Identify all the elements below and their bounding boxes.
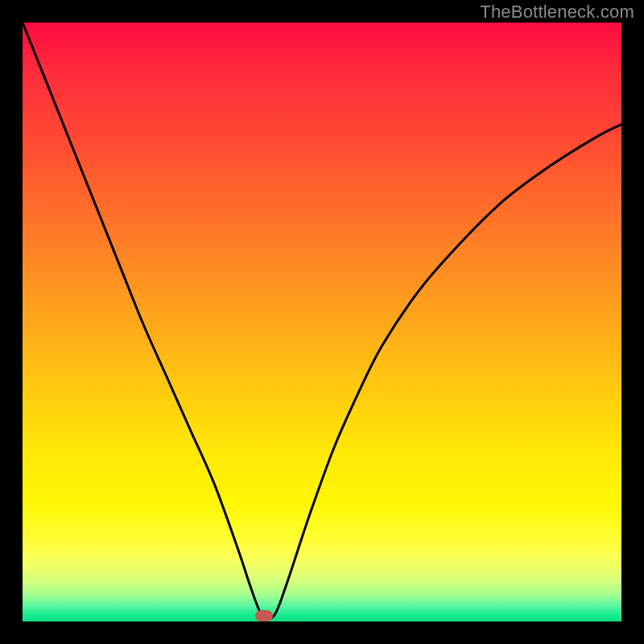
plot-area [23,23,621,621]
watermark-text: TheBottleneck.com [480,2,634,23]
chart-frame: TheBottleneck.com [0,0,644,644]
bottleneck-curve [23,23,621,621]
optimal-marker [255,610,273,621]
